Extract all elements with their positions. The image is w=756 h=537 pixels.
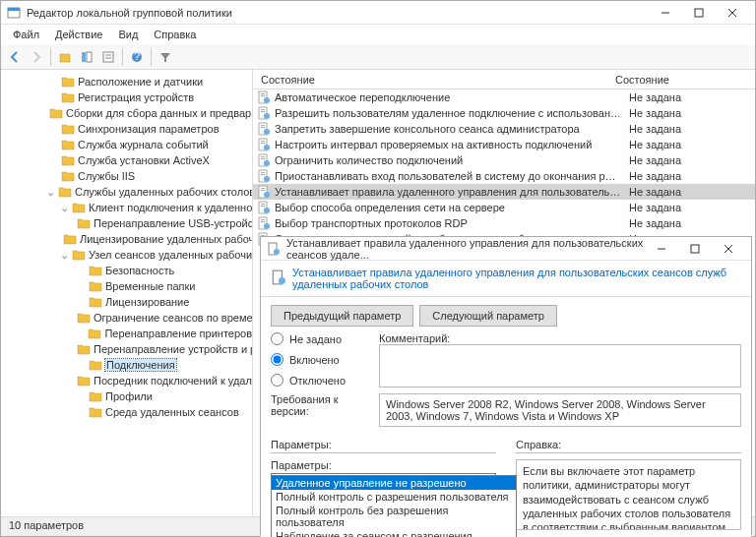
tree-pane[interactable]: Расположение и датчикиРегистрация устрой… <box>1 70 253 516</box>
tree-item[interactable]: Временные папки <box>1 278 252 294</box>
policy-list[interactable]: Автоматическое переподключениеНе заданаР… <box>253 90 755 247</box>
tree-item[interactable]: Ограничение сеансов по времени <box>1 310 252 326</box>
show-hide-tree-button[interactable] <box>77 47 96 67</box>
folder-icon <box>77 374 91 388</box>
tree-item[interactable]: Регистрация устройств <box>1 90 252 105</box>
tree-item[interactable]: Расположение и датчики <box>1 74 252 90</box>
expand-icon[interactable]: ⌄ <box>60 249 69 262</box>
help-button[interactable]: ? <box>127 47 147 67</box>
svg-point-61 <box>279 277 285 284</box>
dropdown-option[interactable]: Полный контроль с разрешения пользовател… <box>272 490 516 504</box>
list-row[interactable]: Автоматическое переподключениеНе задана <box>253 90 755 105</box>
menu-view[interactable]: Вид <box>110 27 146 42</box>
expand-icon[interactable]: ⌄ <box>46 186 55 199</box>
radio-disabled-label: Отключено <box>289 375 346 387</box>
dialog-titlebar[interactable]: Устанавливает правила удаленного управле… <box>261 237 751 261</box>
filter-button[interactable] <box>156 47 175 67</box>
list-row[interactable]: Запретить завершение консольного сеанса … <box>253 121 755 137</box>
svg-point-49 <box>264 223 270 229</box>
column-header-state[interactable]: Состояние <box>253 74 607 86</box>
tree-item[interactable]: ⌄Службы удаленных рабочих столов <box>1 184 252 200</box>
policy-name: Устанавливает правила удаленного управле… <box>275 186 621 198</box>
dialog-close-button[interactable] <box>712 239 745 259</box>
tree-item[interactable]: Подключения <box>1 357 252 373</box>
tree-item[interactable]: Посредник подключений к удале <box>1 373 252 388</box>
tree-item[interactable]: Среда удаленных сеансов <box>1 404 252 420</box>
list-row[interactable]: Выбор способа определения сети на сервер… <box>253 200 755 215</box>
tree-item[interactable]: Безопасность <box>1 263 252 278</box>
tree-item[interactable]: Сборки для сбора данных и предварите... <box>1 105 252 121</box>
list-row[interactable]: Настроить интервал проверяемых на активн… <box>253 137 755 152</box>
column-header-status[interactable]: Состояние <box>607 74 755 86</box>
tree-label: Перенаправление USB-устройств <box>94 217 253 229</box>
radio-disabled[interactable] <box>271 374 284 387</box>
window-title: Редактор локальной групповой политики <box>27 7 649 19</box>
dialog-minimize-button[interactable] <box>645 239 678 259</box>
folder-icon <box>77 311 91 325</box>
policy-state: Не задана <box>621 186 755 198</box>
menu-action[interactable]: Действие <box>47 27 110 42</box>
tree-item[interactable]: Профили <box>1 388 252 404</box>
forward-button[interactable] <box>27 47 46 67</box>
help-section-label: Справка: <box>516 439 741 450</box>
up-button[interactable] <box>55 47 75 67</box>
tree-item[interactable]: ⌄Клиент подключения к удаленному р <box>1 200 252 215</box>
tree-item[interactable]: Лицензирование удаленных рабочи <box>1 231 252 247</box>
dropdown-option[interactable]: Удаленное управление не разрешено <box>272 476 516 490</box>
list-row[interactable]: Ограничить количество подключенийНе зада… <box>253 152 755 168</box>
svg-rect-35 <box>261 172 265 173</box>
tree-item[interactable]: Перенаправление USB-устройств <box>1 215 252 231</box>
radio-enabled-label: Включено <box>289 354 340 366</box>
svg-point-17 <box>264 97 270 103</box>
dialog-body: Предыдущий параметр Следующий параметр Н… <box>261 297 751 537</box>
back-button[interactable] <box>5 47 25 67</box>
folder-icon <box>61 169 75 183</box>
folder-icon <box>89 405 102 419</box>
next-param-button[interactable]: Следующий параметр <box>419 305 557 327</box>
dropdown-option[interactable]: Полный контроль без разрешения пользоват… <box>272 504 516 529</box>
policy-name: Ограничить количество подключений <box>275 154 621 166</box>
svg-rect-31 <box>261 156 265 157</box>
folder-icon <box>77 216 91 230</box>
maximize-button[interactable] <box>682 3 716 23</box>
list-row[interactable]: Устанавливает правила удаленного управле… <box>253 184 755 200</box>
folder-icon <box>61 90 75 104</box>
tree-label: Регистрация устройств <box>78 91 194 103</box>
policy-state: Не задана <box>621 154 755 166</box>
tree-item[interactable]: Синхронизация параметров <box>1 121 252 137</box>
expand-icon[interactable]: ⌄ <box>60 202 69 214</box>
prev-param-button[interactable]: Предыдущий параметр <box>271 305 413 327</box>
tree-item[interactable]: Служба установки ActiveX <box>1 152 252 168</box>
comment-textarea[interactable] <box>379 344 741 388</box>
dropdown-list[interactable]: Удаленное управление не разрешеноПолный … <box>271 475 517 537</box>
tree-item[interactable]: Лицензирование <box>1 294 252 310</box>
dialog-maximize-button[interactable] <box>678 239 712 259</box>
tree-item[interactable]: Служба журнала событий <box>1 137 252 152</box>
close-button[interactable] <box>716 3 749 23</box>
menu-file[interactable]: Файл <box>5 27 47 42</box>
properties-button[interactable] <box>98 47 118 67</box>
radio-enabled[interactable] <box>271 353 284 366</box>
list-row[interactable]: Приостанавливать вход пользователей в си… <box>253 168 755 184</box>
svg-rect-16 <box>261 95 265 96</box>
tree-item[interactable]: Перенаправление устройств и ре <box>1 341 252 357</box>
folder-icon <box>58 185 72 199</box>
folder-icon <box>61 138 75 151</box>
tree-item[interactable]: Службы IIS <box>1 168 252 184</box>
policy-state: Не задана <box>621 139 755 150</box>
minimize-button[interactable] <box>649 3 682 23</box>
svg-rect-9 <box>103 52 113 62</box>
svg-rect-36 <box>261 174 265 175</box>
main-titlebar[interactable]: Редактор локальной групповой политики <box>1 1 755 25</box>
tree-label: Служба журнала событий <box>78 139 209 150</box>
tree-item[interactable]: Перенаправление принтеров <box>1 326 252 341</box>
tree-item[interactable]: ⌄Узел сеансов удаленных рабочих сто <box>1 247 252 263</box>
svg-rect-3 <box>695 9 703 17</box>
radio-not-configured[interactable] <box>271 332 284 345</box>
folder-icon <box>49 106 63 120</box>
list-row[interactable]: Разрешить пользователям удаленное подклю… <box>253 105 755 121</box>
dropdown-option[interactable]: Наблюдение за сеансом с разрешения польз… <box>272 529 516 537</box>
menu-help[interactable]: Справка <box>146 27 204 42</box>
list-row[interactable]: Выбор транспортных протоколов RDPНе зада… <box>253 215 755 231</box>
policy-name: Автоматическое переподключение <box>275 91 621 103</box>
